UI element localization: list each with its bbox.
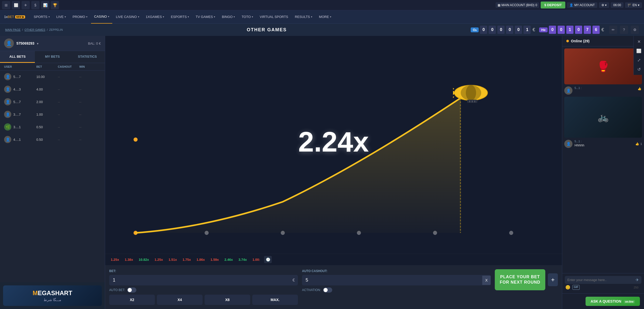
emoji-btn[interactable]: 😊	[565, 285, 570, 290]
user-cell: 👤 4....1	[4, 136, 36, 143]
chat-video-2: 🚲	[564, 97, 642, 138]
chat-like-1[interactable]: 👍	[637, 86, 642, 95]
bet-input[interactable]	[109, 275, 289, 285]
o2-d6: 1	[524, 26, 531, 34]
nav-sports[interactable]: SPORTS ▾	[31, 10, 53, 24]
char-count: 250	[631, 285, 641, 290]
place-bet-button[interactable]: PLACE YOUR BET FOR NEXT ROUND	[495, 269, 545, 290]
logo[interactable]: 1xBET NEW ▶	[4, 15, 25, 19]
hist-7: 1.86x	[195, 257, 207, 262]
tablet-icon[interactable]: ⬜	[12, 1, 20, 9]
ad-content[interactable]: MEGASHART مـــگا شرط	[3, 285, 102, 306]
o2-d2: 0	[489, 26, 496, 34]
deposit-button[interactable]: $ DEPOSIT	[541, 2, 565, 8]
copy-icon-btn[interactable]: ⬜	[635, 47, 643, 55]
place-bet-area: PLACE YOUR BET FOR NEXT ROUND +	[495, 269, 558, 290]
stats-icon[interactable]: 📊	[41, 1, 49, 9]
online-text: Online (29)	[571, 39, 589, 43]
tab-statistics[interactable]: STATISTICS	[70, 51, 105, 63]
nav-tv-games[interactable]: TV GAMES ▾	[193, 10, 218, 24]
col-cashout: CASHOUT	[58, 65, 79, 68]
cashout-input[interactable]	[302, 275, 482, 285]
hist-2: 1.38x	[123, 257, 135, 262]
nav-1xgames[interactable]: 1XGAMES ▾	[143, 10, 167, 24]
nav-casino[interactable]: CASINO ▾	[91, 10, 112, 24]
nav-live-casino[interactable]: LIVE CASINO ▾	[113, 10, 142, 24]
auto-bet-toggle[interactable]	[127, 287, 136, 293]
breadcrumb-main[interactable]: MAIN PAGE	[5, 28, 21, 31]
time-display[interactable]: 06:00	[611, 2, 623, 8]
chat-content-2: 5...1 : Hhhhh	[575, 140, 633, 148]
cashout-value: --	[58, 125, 79, 129]
ask-question-btn[interactable]: ASK A QUESTION on-line	[586, 297, 640, 306]
main-account-label: MAIN ACCOUNT (BHD)	[501, 3, 534, 7]
table-header: USER BET CASHOUT WIN	[0, 63, 105, 71]
right-panel: ✕ ⬜ ⤢ ↺ Online (29) 🥊 👤 5...1 : 👍	[562, 36, 644, 309]
flag-icon: 🏴	[628, 3, 631, 7]
nav-results[interactable]: RESULTS ▾	[292, 10, 315, 24]
nav-esports[interactable]: ESPORTS ▾	[168, 10, 192, 24]
username: 4....3	[13, 87, 21, 91]
chat-input-area: ✈ 😊 GIF 250	[562, 273, 644, 293]
pencil-icon-btn[interactable]: ✏	[609, 26, 617, 34]
chat-send-btn[interactable]: ✈	[636, 277, 639, 282]
expand-icon-btn[interactable]: ⤢	[635, 56, 643, 64]
max-btn[interactable]: MAX.	[252, 295, 298, 305]
grid-icon[interactable]: ⊞	[2, 1, 10, 9]
qr-button[interactable]: ▦ MAIN ACCOUNT (BHD) 0	[496, 2, 539, 8]
history-clock-btn[interactable]: 🕐	[264, 256, 272, 263]
settings-button[interactable]: ⚙ ▾	[599, 2, 609, 8]
svg-marker-13	[453, 86, 454, 90]
x8-btn[interactable]: X8	[205, 295, 250, 305]
bingo-arrow: ▾	[234, 15, 235, 18]
toto-arrow: ▾	[252, 15, 253, 18]
hist-5: 1.51x	[167, 257, 178, 262]
bet-value: 0.50	[36, 125, 58, 129]
x4-btn[interactable]: X4	[157, 295, 203, 305]
1xgames-arrow: ▾	[163, 15, 164, 18]
chat-input[interactable]	[567, 278, 633, 282]
hist-4: 1.25x	[153, 257, 165, 262]
o2-d3: 0	[497, 26, 505, 34]
like-btn-2[interactable]: 👍	[635, 142, 640, 146]
nav-toto[interactable]: TOTO ▾	[238, 10, 256, 24]
tab-all-bets[interactable]: ALL BETS	[0, 51, 35, 63]
tv-games-arrow: ▾	[214, 15, 215, 18]
cashout-clear-btn[interactable]: X	[482, 276, 491, 285]
svg-point-11	[466, 85, 476, 101]
trophy-icon[interactable]: 🏆	[51, 1, 59, 9]
refresh-icon-btn[interactable]: ↺	[635, 65, 643, 73]
counter-display: O₂ 0 0 0 0 0 1 € He 0 0 1 0 7 6 €	[471, 26, 604, 34]
payments-icon[interactable]: $	[31, 1, 39, 9]
nav-virtual-sports[interactable]: VIRTUAL SPORTS	[257, 10, 291, 24]
breadcrumb-bar: MAIN PAGE / OTHER GAMES / ZEPPELIN OTHER…	[0, 24, 644, 36]
nav-promo[interactable]: PROMO ▾	[69, 10, 90, 24]
nav-bingo[interactable]: BINGO ▾	[219, 10, 238, 24]
cashout-section: AUTO CASHOUT: X ACTIVATION:	[302, 269, 491, 293]
gear-icon-btn[interactable]: ⚙	[631, 26, 639, 34]
like-count-2: 1	[640, 142, 642, 145]
user-header: 👤 575069293 ▾ BAL: 0 €	[0, 36, 105, 51]
gif-btn[interactable]: GIF	[572, 285, 580, 290]
bet-suffix: €	[289, 278, 298, 283]
ask-question-bar: ASK A QUESTION on-line	[562, 293, 644, 309]
breadcrumb-current: ZEPPELIN	[49, 28, 63, 31]
help-icon-btn[interactable]: ?	[620, 26, 628, 34]
bet-value: 1.00	[36, 113, 58, 116]
he-d3: 1	[566, 26, 573, 34]
telegram-icon[interactable]: ✈	[22, 1, 30, 9]
my-account-button[interactable]: 👤 MY ACCOUNT	[567, 2, 597, 8]
add-button[interactable]: +	[548, 273, 558, 286]
x2-btn[interactable]: X2	[109, 295, 155, 305]
activation-toggle[interactable]	[323, 287, 332, 293]
nav-live[interactable]: LIVE ▾	[53, 10, 69, 24]
language-selector[interactable]: 🏴 EN ▾	[625, 2, 642, 8]
user-dropdown-arrow[interactable]: ▾	[37, 42, 38, 45]
game-area: 2.24x	[105, 36, 562, 254]
qr-icon: ▦	[498, 3, 500, 7]
svg-marker-12	[453, 89, 454, 97]
tab-my-bets[interactable]: MY BETS	[35, 51, 70, 63]
close-icon-btn[interactable]: ✕	[635, 37, 643, 46]
nav-more[interactable]: MORE ▾	[316, 10, 334, 24]
breadcrumb-other-games[interactable]: OTHER GAMES	[24, 28, 45, 31]
